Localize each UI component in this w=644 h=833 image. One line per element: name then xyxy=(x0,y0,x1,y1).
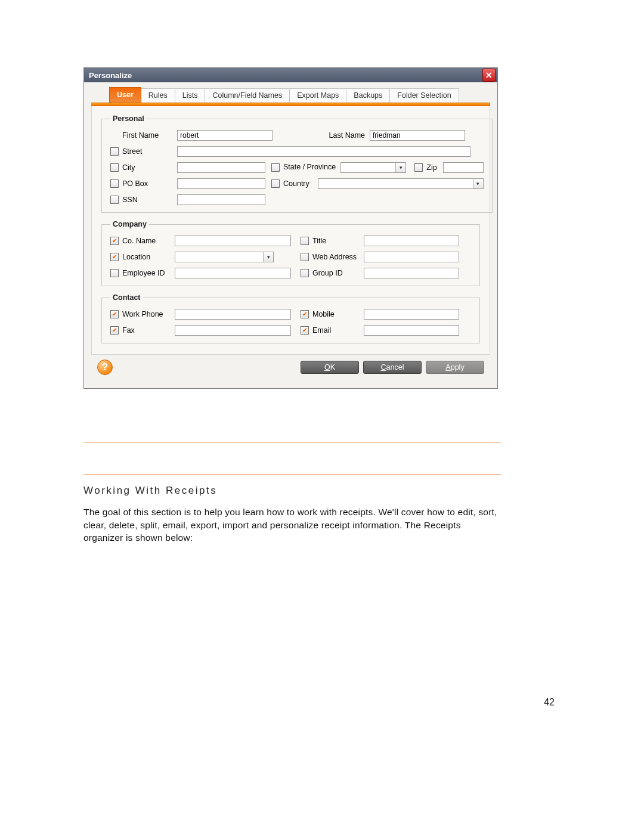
tab-backups[interactable]: Backups xyxy=(346,88,390,103)
label-work-phone: Work Phone xyxy=(122,310,163,318)
chevron-down-icon: ▾ xyxy=(263,252,273,262)
location-combo[interactable]: ▾ xyxy=(175,252,274,262)
first-name-input[interactable] xyxy=(177,130,273,141)
cancel-label-rest: ancel xyxy=(386,363,404,371)
checkbox-ssn[interactable]: ✔ xyxy=(110,196,119,204)
tab-folder-selection[interactable]: Folder Selection xyxy=(389,88,459,103)
apply-label-rest: pply xyxy=(451,363,465,371)
hr-top xyxy=(83,442,501,443)
ok-button[interactable]: OK xyxy=(301,361,359,374)
email-input[interactable] xyxy=(364,325,459,336)
co-name-input[interactable] xyxy=(175,236,291,246)
group-id-input[interactable] xyxy=(364,268,459,278)
checkbox-fax[interactable]: ✔ xyxy=(110,326,119,335)
work-phone-input[interactable] xyxy=(175,309,291,320)
web-address-input[interactable] xyxy=(364,252,459,262)
label-employee-id: Employee ID xyxy=(122,269,165,277)
ssn-input[interactable] xyxy=(177,194,265,205)
label-city: City xyxy=(122,163,135,172)
tab-user-body: Personal First Name Last Name ✔ xyxy=(91,106,490,355)
label-mobile: Mobile xyxy=(312,310,335,318)
zip-input[interactable] xyxy=(443,162,484,173)
section-heading: Working With Receipts xyxy=(83,485,217,497)
help-icon[interactable]: ? xyxy=(97,360,113,375)
titlebar: Personalize ✕ xyxy=(84,68,497,82)
label-title: Title xyxy=(312,237,326,245)
tab-lists[interactable]: Lists xyxy=(175,88,206,103)
checkbox-country[interactable]: ✔ xyxy=(271,179,280,188)
chevron-down-icon: ▾ xyxy=(473,179,483,188)
checkbox-state[interactable]: ✔ xyxy=(271,163,280,172)
checkbox-web-address[interactable]: ✔ xyxy=(301,253,309,261)
label-last-name: Last Name xyxy=(329,131,365,140)
tab-column-field-names[interactable]: Column/Field Names xyxy=(205,88,290,103)
cancel-button[interactable]: Cancel xyxy=(363,361,422,374)
tab-export-maps[interactable]: Export Maps xyxy=(289,88,346,103)
page-number: 42 xyxy=(544,697,555,708)
close-icon: ✕ xyxy=(485,70,493,80)
label-state: State / Province xyxy=(283,163,336,171)
label-street: Street xyxy=(122,147,142,156)
checkbox-co-name[interactable]: ✔ xyxy=(110,237,119,245)
label-first-name: First Name xyxy=(122,131,159,140)
personalize-dialog: Personalize ✕ User Rules Lists Column/Fi… xyxy=(83,67,498,389)
group-contact-legend: Contact xyxy=(110,293,143,302)
group-contact: Contact ✔ Work Phone ✔ Mobile xyxy=(101,293,480,343)
ok-label-rest: K xyxy=(330,363,335,371)
street-input[interactable] xyxy=(177,146,470,157)
checkbox-title[interactable]: ✔ xyxy=(301,237,309,245)
label-web-address: Web Address xyxy=(312,253,357,261)
label-pobox: PO Box xyxy=(122,179,148,188)
checkbox-work-phone[interactable]: ✔ xyxy=(110,310,119,318)
group-company-legend: Company xyxy=(110,220,149,228)
label-location: Location xyxy=(122,253,150,261)
close-button[interactable]: ✕ xyxy=(482,69,496,82)
state-combo[interactable]: ▾ xyxy=(340,162,406,173)
label-co-name: Co. Name xyxy=(122,237,156,245)
hr-bottom xyxy=(83,474,501,475)
employee-id-input[interactable] xyxy=(175,268,291,278)
checkbox-zip[interactable]: ✔ xyxy=(414,163,423,172)
label-fax: Fax xyxy=(122,326,135,335)
button-bar: ? OK Cancel Apply xyxy=(91,355,490,381)
group-personal: Personal First Name Last Name ✔ xyxy=(101,114,493,213)
group-personal-legend: Personal xyxy=(110,114,147,123)
checkbox-group-id[interactable]: ✔ xyxy=(301,269,309,277)
checkbox-street[interactable]: ✔ xyxy=(110,147,119,156)
label-zip: Zip xyxy=(426,163,436,172)
checkbox-city[interactable]: ✔ xyxy=(110,163,119,172)
tab-rules[interactable]: Rules xyxy=(141,88,175,103)
checkbox-employee-id[interactable]: ✔ xyxy=(110,269,119,277)
country-combo[interactable]: ▾ xyxy=(318,178,484,189)
tab-user[interactable]: User xyxy=(109,87,141,103)
label-group-id: Group ID xyxy=(312,269,343,277)
section-body: The goal of this section is to help you … xyxy=(83,506,501,544)
label-ssn: SSN xyxy=(122,196,138,204)
title-input[interactable] xyxy=(364,236,459,246)
fax-input[interactable] xyxy=(175,325,291,336)
checkbox-mobile[interactable]: ✔ xyxy=(301,310,309,318)
city-input[interactable] xyxy=(177,162,265,173)
apply-button[interactable]: Apply xyxy=(426,361,484,374)
chevron-down-icon: ▾ xyxy=(395,163,405,172)
label-country: Country xyxy=(283,179,309,188)
checkbox-pobox[interactable]: ✔ xyxy=(110,179,119,188)
checkbox-email[interactable]: ✔ xyxy=(301,326,309,335)
dialog-client-area: User Rules Lists Column/Field Names Expo… xyxy=(84,82,497,388)
tabs: User Rules Lists Column/Field Names Expo… xyxy=(109,88,490,103)
label-email: Email xyxy=(312,326,331,335)
window-title: Personalize xyxy=(89,71,132,80)
mobile-input[interactable] xyxy=(364,309,459,320)
last-name-input[interactable] xyxy=(370,130,465,141)
group-company: Company ✔ Co. Name ✔ Title xyxy=(101,220,480,286)
pobox-input[interactable] xyxy=(177,178,265,189)
checkbox-location[interactable]: ✔ xyxy=(110,253,119,261)
